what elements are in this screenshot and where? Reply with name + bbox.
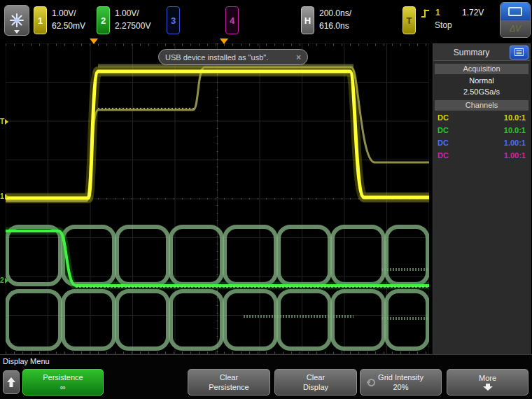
sidebar-tab-row: Summary [433, 44, 530, 61]
channel-3-summary-row: DC 1.00:1 [433, 136, 530, 149]
delay-reference-marker[interactable] [220, 38, 228, 44]
trigger-source: 1 [435, 8, 440, 18]
knob-icon [368, 379, 375, 386]
infinity-icon: ∞ [60, 383, 66, 391]
menu-back-button[interactable] [3, 370, 20, 394]
waveform-display[interactable]: T 1 2 [6, 43, 429, 354]
list-icon [514, 48, 524, 56]
section-acquisition: Acquisition [435, 64, 528, 74]
channel-1-settings: 1.00V/ 62.50mV [52, 7, 85, 32]
summary-sidebar: Summary Acquisition Normal 2.50GSa/s Cha… [433, 43, 531, 356]
coupling: DC [438, 111, 449, 124]
timebase-delay: 616.0ns [319, 20, 351, 32]
channel-1-offset: 62.50mV [52, 20, 85, 32]
coupling: DC [438, 136, 449, 149]
channel-4-button[interactable]: 4 [225, 6, 239, 34]
channel-1-summary-row: DC 10.0:1 [433, 111, 530, 124]
arrow-down-icon [483, 384, 493, 391]
trigger-level-marker[interactable]: T [0, 118, 8, 125]
probe-ratio: 1.00:1 [504, 149, 526, 162]
channel-2-summary-row: DC 10.0:1 [433, 124, 530, 136]
channel-2-scale: 1.00V/ [115, 7, 150, 20]
notification-toast: USB device installed as "usb". × [158, 49, 308, 65]
clear-persistence-button[interactable]: Clear Persistence [188, 369, 270, 396]
close-icon[interactable]: × [296, 52, 301, 62]
clear-display-button[interactable]: Clear Display [274, 369, 357, 396]
grid-intensity-button[interactable]: Grid Intensity 20% [360, 369, 442, 396]
channel-2-settings: 1.00V/ 2.27500V [115, 7, 150, 32]
channel-1-button[interactable]: 1 [34, 6, 47, 34]
channel-4-summary-row: DC 1.00:1 [433, 149, 530, 162]
sample-rate: 2.50GSa/s [433, 86, 530, 97]
display-icon [500, 3, 530, 20]
channel-1-scale: 1.00V/ [52, 7, 85, 20]
top-status-bar: 1 1.00V/ 62.50mV 2 1.00V/ 2.27500V 3 4 H… [0, 0, 532, 40]
delta-v-icon: ΔV [500, 20, 530, 38]
coupling: DC [438, 124, 449, 136]
trigger-button[interactable]: T [402, 6, 416, 34]
channel-3-button[interactable]: 3 [167, 6, 180, 34]
arrow-up-icon [7, 377, 15, 387]
waveform-canvas [6, 43, 429, 354]
channel-2-ground-marker[interactable]: 2 [0, 276, 8, 284]
more-button[interactable]: More [447, 369, 528, 396]
probe-ratio: 10.0:1 [504, 111, 526, 124]
section-channels: Channels [435, 100, 528, 111]
rising-edge-icon [421, 8, 431, 19]
probe-ratio: 10.0:1 [504, 124, 526, 136]
chevron-down-icon [14, 30, 20, 34]
sidebar-menu-button[interactable] [510, 46, 528, 59]
channel-2-offset: 2.27500V [115, 20, 150, 32]
horizontal-button[interactable]: H [301, 6, 314, 34]
notification-text: USB device installed as "usb". [165, 53, 292, 62]
persistence-button[interactable]: Persistence ∞ [22, 369, 104, 396]
timebase-scale: 200.0ns/ [319, 7, 351, 20]
sidebar-toggle-button[interactable]: ΔV [500, 2, 531, 38]
coupling: DC [438, 149, 449, 162]
menu-title: Display Menu [3, 357, 50, 365]
brightness-icon [9, 13, 24, 28]
trigger-level: 1.72V [462, 8, 484, 18]
horizontal-settings: 200.0ns/ 616.0ns [319, 7, 351, 32]
tab-summary[interactable]: Summary [433, 48, 510, 57]
acquisition-mode: Normal [433, 75, 530, 86]
oscilloscope-screen: 1 1.00V/ 62.50mV 2 1.00V/ 2.27500V 3 4 H… [0, 0, 532, 399]
channel-1-ground-marker[interactable]: 1 [0, 192, 8, 200]
trigger-time-marker[interactable] [90, 38, 98, 44]
run-status: Stop [435, 20, 452, 30]
softkey-menu-bar: Display Menu Persistence ∞ Clear Persist… [0, 354, 532, 399]
channel-2-button[interactable]: 2 [97, 6, 110, 34]
intensity-button[interactable] [4, 5, 29, 36]
probe-ratio: 1.00:1 [504, 136, 526, 149]
